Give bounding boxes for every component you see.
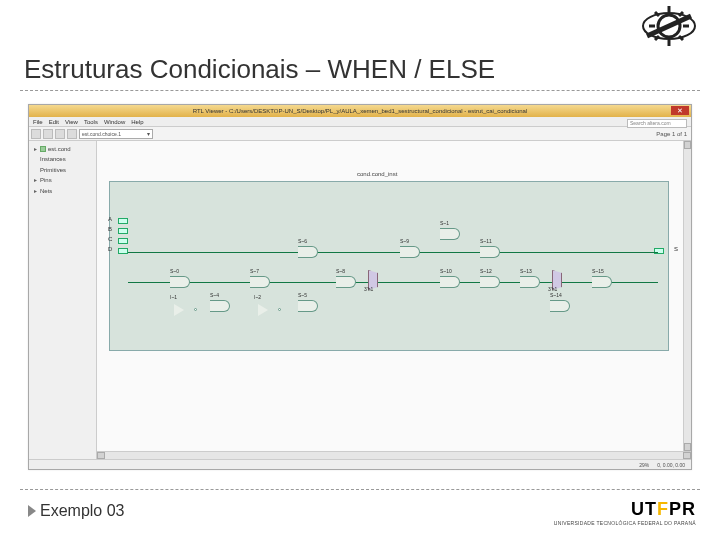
triangle-bullet-icon	[28, 505, 36, 517]
gate-label: S~15	[592, 268, 604, 274]
scroll-right-icon[interactable]	[683, 452, 691, 459]
gate-label: S~12	[480, 268, 492, 274]
footer-caption-text: Exemplo 03	[40, 502, 125, 520]
and-gate	[480, 246, 500, 258]
and-gate	[298, 300, 318, 312]
gate-label: I~1	[170, 294, 177, 300]
gate-label: S~0	[170, 268, 179, 274]
expand-icon[interactable]: ▸	[32, 145, 38, 153]
gate-label: S~1	[440, 220, 449, 226]
and-gate	[440, 276, 460, 288]
scrollbar-vertical[interactable]	[683, 141, 691, 451]
title-divider	[20, 90, 700, 91]
status-bar: 29% 0, 0.00, 0.00	[29, 459, 691, 469]
port-s-label: S	[674, 246, 678, 252]
utfpr-logo-subtext: UNIVERSIDADE TECNOLÓGICA FEDERAL DO PARA…	[554, 520, 696, 526]
gate-label: S~13	[520, 268, 532, 274]
gate-label: S~7	[250, 268, 259, 274]
menu-tools[interactable]: Tools	[84, 119, 98, 125]
and-gate	[210, 300, 230, 312]
tree-label: Instances	[40, 155, 66, 163]
scrollbar-horizontal[interactable]	[97, 451, 691, 459]
window-title: RTL Viewer - C:/Users/DESKTOP-UN_S/Deskt…	[29, 108, 691, 114]
port-a	[118, 218, 128, 224]
and-gate	[592, 276, 612, 288]
and-gate	[400, 246, 420, 258]
tree-node[interactable]: ▸Nets	[32, 186, 93, 196]
scroll-up-icon[interactable]	[684, 141, 691, 149]
gate-label: S~9	[400, 238, 409, 244]
not-gate	[174, 304, 184, 316]
gear-logo-icon	[638, 4, 700, 48]
tree-label: Nets	[40, 187, 52, 195]
gate-label: S~10	[440, 268, 452, 274]
port-d	[118, 248, 128, 254]
not-gate	[258, 304, 268, 316]
gate-label: S~6	[298, 238, 307, 244]
scroll-left-icon[interactable]	[97, 452, 105, 459]
page-title: Estruturas Condicionais – WHEN / ELSE	[24, 54, 495, 85]
tree-node[interactable]: ▸est.cond	[32, 144, 93, 154]
page-nav: Page 1 of 1	[656, 131, 687, 137]
tree-label: est.cond	[48, 145, 71, 153]
gate-label: S~4	[210, 292, 219, 298]
tool-button-4[interactable]	[67, 129, 77, 139]
port-d-label: D	[108, 246, 112, 252]
expand-icon[interactable]: ▸	[32, 176, 38, 184]
tool-button-3[interactable]	[55, 129, 65, 139]
port-a-label: A	[108, 216, 112, 222]
footer-caption: Exemplo 03	[28, 502, 125, 520]
tool-button-2[interactable]	[43, 129, 53, 139]
schematic-canvas[interactable]: cond.cond_inst A B C D S S~0 I~1 S~4 S~7…	[97, 141, 691, 459]
and-gate	[480, 276, 500, 288]
tree-node[interactable]: ▸Pins	[32, 175, 93, 185]
tree-node[interactable]: Primitives	[32, 165, 93, 175]
scroll-down-icon[interactable]	[684, 443, 691, 451]
inverter-bubble-icon	[194, 308, 197, 311]
status-zoom: 29%	[639, 462, 649, 468]
and-gate	[440, 228, 460, 240]
rtl-viewer-window: RTL Viewer - C:/Users/DESKTOP-UN_S/Deskt…	[28, 104, 692, 470]
port-c	[118, 238, 128, 244]
inverter-bubble-icon	[278, 308, 281, 311]
port-s	[654, 248, 664, 254]
schematic-block: A B C D S S~0 I~1 S~4 S~7 I~2 S~5 S~6 S~…	[109, 181, 669, 351]
expand-icon[interactable]: ▸	[32, 187, 38, 195]
menu-file[interactable]: File	[33, 119, 43, 125]
menubar: File Edit View Tools Window Help	[29, 117, 691, 127]
gate-label: S~14	[550, 292, 562, 298]
wire	[128, 252, 658, 253]
menu-view[interactable]: View	[65, 119, 78, 125]
chevron-down-icon: ▾	[147, 130, 150, 137]
menu-window[interactable]: Window	[104, 119, 125, 125]
gate-label: S~5	[298, 292, 307, 298]
module-icon	[40, 146, 46, 152]
search-input[interactable]: Search altera.com	[627, 119, 687, 128]
combo-value: est.cond.choice.1	[82, 131, 121, 137]
utfpr-logo: UTFPR UNIVERSIDADE TECNOLÓGICA FEDERAL D…	[554, 499, 696, 526]
netlist-tree: ▸est.cond Instances Primitives ▸Pins ▸Ne…	[29, 141, 97, 459]
and-gate	[520, 276, 540, 288]
and-gate	[336, 276, 356, 288]
wire	[128, 282, 658, 283]
and-gate	[550, 300, 570, 312]
port-c-label: C	[108, 236, 112, 242]
instance-label: cond.cond_inst	[357, 171, 397, 177]
utfpr-logo-text: UTFPR	[554, 499, 696, 520]
port-b-label: B	[108, 226, 112, 232]
close-icon[interactable]: ✕	[671, 106, 689, 115]
and-gate	[250, 276, 270, 288]
footer-divider	[20, 489, 700, 490]
port-b	[118, 228, 128, 234]
window-titlebar: RTL Viewer - C:/Users/DESKTOP-UN_S/Deskt…	[29, 105, 691, 117]
tool-button-1[interactable]	[31, 129, 41, 139]
hierarchy-combo[interactable]: est.cond.choice.1 ▾	[79, 129, 153, 139]
and-gate	[170, 276, 190, 288]
menu-edit[interactable]: Edit	[49, 119, 59, 125]
gate-label: S~8	[336, 268, 345, 274]
tree-label: Pins	[40, 176, 52, 184]
gate-label: I~2	[254, 294, 261, 300]
status-coords: 0, 0.00, 0.00	[657, 462, 685, 468]
tree-node[interactable]: Instances	[32, 154, 93, 164]
menu-help[interactable]: Help	[131, 119, 143, 125]
